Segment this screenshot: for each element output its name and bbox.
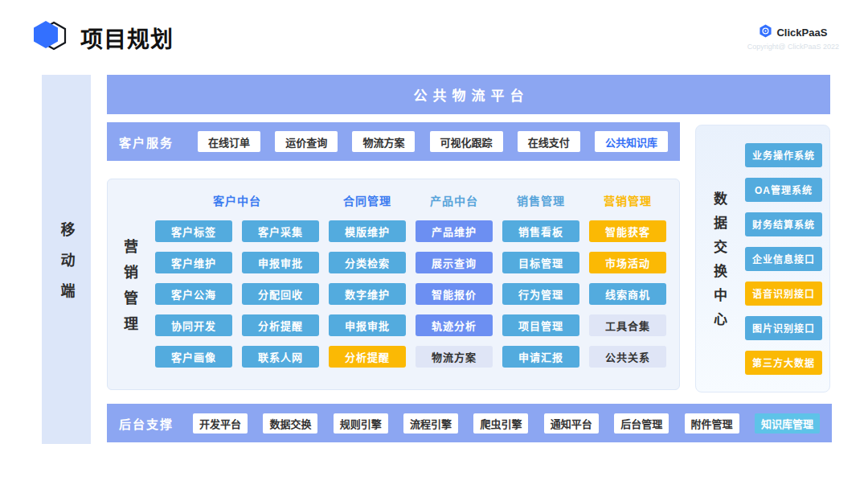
module-column: 智能获客 市场活动 线索商机 工具合集 公共关系 xyxy=(589,220,666,368)
group-sales-management: 销售管理 销售看板 目标管理 行为管理 项目管理 申请汇报 xyxy=(502,192,579,368)
backend-button-crawler-engine[interactable]: 爬虫引擎 xyxy=(473,413,528,434)
brand-block: ClickPaaS Copyright@ ClickPaaS 2022 xyxy=(747,24,839,51)
data-exchange-items: 业务操作系统 OA管理系统 财务结算系统 企业信息接口 语音识别接口 图片识别接… xyxy=(745,143,822,375)
system-button-business-operation[interactable]: 业务操作系统 xyxy=(745,143,822,167)
backend-button-backend-management[interactable]: 后台管理 xyxy=(614,413,669,434)
module-cell[interactable]: 分析提醒 xyxy=(329,346,406,368)
service-button-online-payment[interactable]: 在线支付 xyxy=(518,131,580,152)
backend-button-process-engine[interactable]: 流程引擎 xyxy=(403,413,458,434)
module-cell[interactable]: 行为管理 xyxy=(502,283,579,305)
backend-button-rule-engine[interactable]: 规则引擎 xyxy=(334,413,388,434)
group-product-middle-platform: 产品中台 产品维护 展示查询 智能报价 轨迹分析 物流方案 xyxy=(416,192,493,368)
page-title: 项目规划 xyxy=(80,22,174,54)
service-button-online-order[interactable]: 在线订单 xyxy=(198,131,260,152)
column-header: 合同管理 xyxy=(329,192,406,220)
module-cell[interactable]: 销售看板 xyxy=(502,220,579,242)
module-cell[interactable]: 智能报价 xyxy=(416,283,493,305)
module-cell[interactable]: 市场活动 xyxy=(589,252,666,273)
marketing-management-panel: 营销管理 客户中台 客户标签 客户维护 客户公海 协同开发 客户画像 客户采集 … xyxy=(107,179,680,390)
service-button-logistics-plan[interactable]: 物流方案 xyxy=(352,131,415,152)
module-column: 销售看板 目标管理 行为管理 项目管理 申请汇报 xyxy=(502,220,579,368)
module-cell[interactable]: 客户维护 xyxy=(155,252,232,273)
module-cell[interactable]: 客户采集 xyxy=(242,220,319,242)
page: 项目规划 ClickPaaS Copyright@ ClickPaaS 2022… xyxy=(0,0,868,489)
backend-button-knowledge-base-management[interactable]: 知识库管理 xyxy=(755,413,820,434)
customer-service-row: 客户服务 在线订单 运价查询 物流方案 可视化跟踪 在线支付 公共知识库 xyxy=(107,122,680,161)
system-button-image-recognition-api[interactable]: 图片识别接口 xyxy=(745,316,822,340)
module-column: 客户标签 客户维护 客户公海 协同开发 客户画像 xyxy=(155,220,232,368)
module-cell[interactable]: 客户画像 xyxy=(155,346,232,368)
module-cell[interactable]: 轨迹分析 xyxy=(416,314,493,336)
module-cell[interactable]: 展示查询 xyxy=(416,252,493,273)
column-header: 客户中台 xyxy=(155,192,319,220)
module-cell[interactable]: 项目管理 xyxy=(502,314,579,336)
column-header: 产品中台 xyxy=(416,192,493,220)
module-cell[interactable]: 产品维护 xyxy=(416,220,493,242)
system-button-speech-recognition-api[interactable]: 语音识别接口 xyxy=(745,281,822,306)
system-button-financial-settlement[interactable]: 财务结算系统 xyxy=(745,212,822,236)
module-cell[interactable]: 申报审批 xyxy=(242,252,319,273)
module-cell[interactable]: 协同开发 xyxy=(155,314,232,336)
module-cell[interactable]: 线索商机 xyxy=(589,283,666,305)
module-cell[interactable]: 工具合集 xyxy=(589,314,666,336)
module-cell[interactable]: 客户标签 xyxy=(155,220,232,242)
group-marketing-management: 营销管理 智能获客 市场活动 线索商机 工具合集 公共关系 xyxy=(589,192,666,368)
backend-button-data-exchange[interactable]: 数据交换 xyxy=(263,413,317,434)
module-cell[interactable]: 模版维护 xyxy=(329,220,406,242)
service-button-public-knowledge-base[interactable]: 公共知识库 xyxy=(595,131,668,152)
service-button-visual-tracking[interactable]: 可视化跟踪 xyxy=(430,131,503,152)
sidebar-mobile-panel: 移动端 xyxy=(42,75,91,444)
module-cell[interactable]: 分配回收 xyxy=(242,283,319,305)
module-grid: 客户中台 客户标签 客户维护 客户公海 协同开发 客户画像 客户采集 申报审批 … xyxy=(155,192,666,368)
module-column: 客户采集 申报审批 分配回收 分析提醒 联系人网 xyxy=(242,220,319,368)
backend-button-attachment-management[interactable]: 附件管理 xyxy=(685,413,739,434)
marketing-side-label: 营销管理 xyxy=(119,239,140,342)
backend-support-row: 后台支撑 开发平台 数据交换 规则引擎 流程引擎 爬虫引擎 通知平台 后台管理 … xyxy=(107,404,832,442)
backend-support-label: 后台支撑 xyxy=(119,415,174,432)
module-cell[interactable]: 联系人网 xyxy=(242,346,319,368)
module-cell[interactable]: 客户公海 xyxy=(155,283,232,305)
group-customer-middle-platform: 客户中台 客户标签 客户维护 客户公海 协同开发 客户画像 客户采集 申报审批 … xyxy=(155,192,319,368)
copyright-text: Copyright@ ClickPaaS 2022 xyxy=(747,43,839,51)
banner-logistics-platform: 公共物流平台 xyxy=(107,75,830,114)
module-cell[interactable]: 申请汇报 xyxy=(502,346,579,368)
module-cell[interactable]: 数字维护 xyxy=(329,283,406,305)
backend-button-dev-platform[interactable]: 开发平台 xyxy=(193,413,248,434)
brand-name: ClickPaaS xyxy=(776,27,827,39)
module-cell[interactable]: 智能获客 xyxy=(589,220,666,242)
customer-service-label: 客户服务 xyxy=(119,134,174,150)
module-cell[interactable]: 申报审批 xyxy=(329,314,406,336)
module-cell[interactable]: 物流方案 xyxy=(416,346,493,368)
module-cell[interactable]: 分析提醒 xyxy=(242,314,319,336)
column-header: 营销管理 xyxy=(589,192,666,220)
system-button-oa-management[interactable]: OA管理系统 xyxy=(745,178,822,202)
system-button-thirdparty-bigdata[interactable]: 第三方大数据 xyxy=(745,351,822,375)
column-header: 销售管理 xyxy=(502,192,579,220)
backend-button-notification-platform[interactable]: 通知平台 xyxy=(544,413,599,434)
backend-items: 开发平台 数据交换 规则引擎 流程引擎 爬虫引擎 通知平台 后台管理 附件管理 … xyxy=(193,413,820,434)
system-button-enterprise-info-api[interactable]: 企业信息接口 xyxy=(745,247,822,271)
module-column: 模版维护 分类检索 数字维护 申报审批 分析提醒 xyxy=(329,220,406,368)
marketing-side-label-wrap: 营销管理 xyxy=(119,179,140,389)
group-contract-management: 合同管理 模版维护 分类检索 数字维护 申报审批 分析提醒 xyxy=(329,192,406,368)
module-column: 产品维护 展示查询 智能报价 轨迹分析 物流方案 xyxy=(416,220,493,368)
sidebar-mobile-label: 移动端 xyxy=(56,222,77,314)
customer-service-items: 在线订单 运价查询 物流方案 可视化跟踪 在线支付 公共知识库 xyxy=(198,131,668,152)
clickpaas-logo-icon xyxy=(759,24,772,41)
service-button-freight-query[interactable]: 运价查询 xyxy=(275,131,338,152)
module-cell[interactable]: 公共关系 xyxy=(589,346,666,368)
module-cell[interactable]: 目标管理 xyxy=(502,252,579,273)
data-exchange-panel: 数据交换中心 业务操作系统 OA管理系统 财务结算系统 企业信息接口 语音识别接… xyxy=(695,125,830,392)
data-exchange-label: 数据交换中心 xyxy=(709,191,729,336)
hexagon-logo-icon xyxy=(29,16,69,56)
module-cell[interactable]: 分类检索 xyxy=(329,252,406,273)
